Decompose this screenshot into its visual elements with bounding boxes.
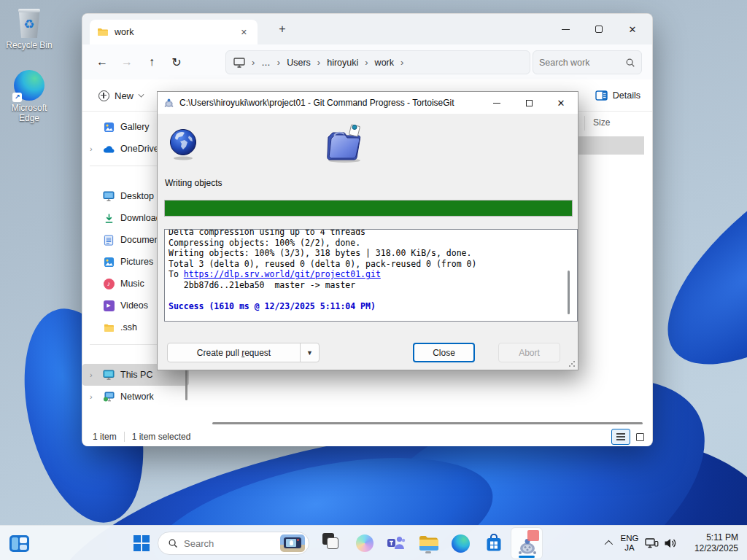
this-pc-icon <box>233 58 245 68</box>
widgets-button[interactable] <box>7 532 31 555</box>
status-divider <box>124 432 125 442</box>
file-explorer-taskbar-button[interactable] <box>417 532 440 555</box>
desktop-icon-recycle-bin[interactable]: ♻ Recycle Bin <box>1 9 57 50</box>
videos-icon: ▶ <box>103 300 115 311</box>
forward-button[interactable]: → <box>115 55 139 69</box>
this-pc-icon <box>103 369 115 381</box>
horizontal-scrollbar[interactable] <box>212 422 643 424</box>
breadcrumb-item-work[interactable]: work <box>375 58 394 68</box>
sidebar-item-label: This PC <box>120 370 152 380</box>
document-icon <box>103 234 115 246</box>
new-button[interactable]: New <box>93 85 150 106</box>
network-tray-icon[interactable] <box>642 537 661 549</box>
tab-title: work <box>115 27 232 37</box>
teams-button[interactable] <box>384 532 408 555</box>
details-pane-toggle[interactable]: Details <box>595 85 640 106</box>
explorer-toolbar: ← → ↑ ↻ › … › Users › hiroyuki › work › <box>82 44 652 79</box>
desktop: ♻ Recycle Bin ↗ Microsoft Edge work ✕ + … <box>0 0 747 560</box>
explorer-search-box[interactable] <box>533 50 642 74</box>
music-icon: ♪ <box>103 278 115 289</box>
task-view-button[interactable] <box>321 532 344 555</box>
sidebar-item-network[interactable]: › Network <box>82 386 189 408</box>
explorer-minimize-button[interactable] <box>549 14 582 44</box>
tortoisegit-progress-dialog: C:\Users\hiroyuki\work\project01 - Git C… <box>157 91 578 370</box>
details-label: Details <box>613 90 640 101</box>
desktop-icon <box>103 190 115 202</box>
up-button[interactable]: ↑ <box>139 55 164 69</box>
git-output-console[interactable]: Delta compression using up to 4 threads … <box>164 229 578 322</box>
breadcrumb-item-hiroyuki[interactable]: hiroyuki <box>327 58 358 68</box>
column-separator <box>584 116 585 131</box>
taskbar-search-box[interactable] <box>158 532 309 555</box>
clock-date: 12/23/2025 <box>680 543 738 554</box>
breadcrumb-item-users[interactable]: Users <box>287 58 311 68</box>
new-tab-button[interactable]: + <box>274 23 291 36</box>
icons-view-button[interactable] <box>630 429 649 445</box>
edge-label: Microsoft Edge <box>7 103 52 123</box>
large-icons-view-icon <box>636 433 644 441</box>
progress-bar <box>164 200 573 217</box>
sidebar-item-label: Desktop <box>120 191 154 201</box>
chevron-right-icon[interactable]: › <box>90 392 93 401</box>
show-hidden-icons-button[interactable] <box>598 540 617 546</box>
edge-taskbar-button[interactable] <box>449 532 472 555</box>
item-count: 1 item <box>93 432 117 442</box>
details-pane-icon <box>595 90 608 101</box>
desktop-icon-microsoft-edge[interactable]: ↗ Microsoft Edge <box>1 70 57 123</box>
refresh-button[interactable]: ↻ <box>164 55 189 69</box>
breadcrumb[interactable]: › … › Users › hiroyuki › work › <box>225 50 530 74</box>
recycle-bin-label: Recycle Bin <box>1 40 57 50</box>
notification-badge <box>527 530 539 541</box>
explorer-tab-bar: work ✕ + ✕ <box>82 14 652 44</box>
breadcrumb-chevron-icon: › <box>365 57 368 68</box>
edge-icon <box>452 534 470 553</box>
shortcut-arrow-icon: ↗ <box>12 93 22 102</box>
active-app-indicator <box>519 556 535 558</box>
copilot-button[interactable] <box>353 532 376 555</box>
console-success-line: Success (1610 ms @ 12/23/2025 5:11:04 PM… <box>169 301 573 312</box>
tab-close-icon[interactable]: ✕ <box>238 26 250 39</box>
details-view-button[interactable] <box>611 429 630 445</box>
store-button[interactable] <box>482 532 506 555</box>
volume-tray-icon[interactable] <box>661 537 680 549</box>
network-icon <box>103 391 115 402</box>
remote-url-link[interactable]: https://dlp.srv.world/git/project01.git <box>184 269 381 279</box>
sidebar-item-label: Gallery <box>120 122 150 132</box>
breadcrumb-ellipsis[interactable]: … <box>261 58 271 68</box>
start-button[interactable] <box>130 532 153 555</box>
taskbar-search-input[interactable] <box>184 538 274 549</box>
abort-button[interactable]: Abort <box>498 343 560 362</box>
dialog-maximize-button[interactable] <box>513 92 545 114</box>
taskbar-clock[interactable]: 5:11 PM 12/23/2025 <box>680 532 738 554</box>
create-pull-request-button[interactable]: Create pull request ▼ <box>167 343 320 362</box>
dialog-minimize-button[interactable] <box>481 92 513 114</box>
search-highlight-image[interactable] <box>280 534 305 552</box>
teams-icon <box>387 534 406 552</box>
search-icon <box>168 538 178 548</box>
explorer-search-input[interactable] <box>539 58 625 68</box>
windows-logo-icon <box>133 535 150 551</box>
sidebar-item-label: Network <box>120 392 154 402</box>
chevron-up-icon <box>605 540 613 548</box>
plus-circle-icon <box>98 90 109 101</box>
explorer-tab-work[interactable]: work ✕ <box>90 20 258 44</box>
chevron-right-icon[interactable]: › <box>90 144 93 153</box>
globe-icon <box>169 128 197 160</box>
split-button-dropdown[interactable]: ▼ <box>300 343 319 362</box>
explorer-close-button[interactable]: ✕ <box>616 14 649 44</box>
explorer-maximize-button[interactable] <box>582 14 616 44</box>
size-column-header[interactable]: Size <box>593 117 610 128</box>
stage-label: Writing objects <box>165 178 222 188</box>
tortoisegit-taskbar-button[interactable] <box>511 527 543 559</box>
console-line <box>169 291 573 302</box>
sidebar-item-label: Music <box>120 279 144 289</box>
console-scrollbar[interactable] <box>568 271 570 314</box>
chevron-right-icon[interactable]: › <box>90 370 93 379</box>
file-explorer-icon <box>419 535 438 551</box>
resize-grip[interactable] <box>568 360 576 368</box>
dialog-title-bar[interactable]: C:\Users\hiroyuki\work\project01 - Git C… <box>158 92 578 114</box>
dialog-close-button[interactable]: ✕ <box>545 92 577 114</box>
back-button[interactable]: ← <box>90 55 115 69</box>
language-indicator[interactable]: ENG JA <box>617 534 642 553</box>
close-button[interactable]: Close <box>413 343 475 362</box>
